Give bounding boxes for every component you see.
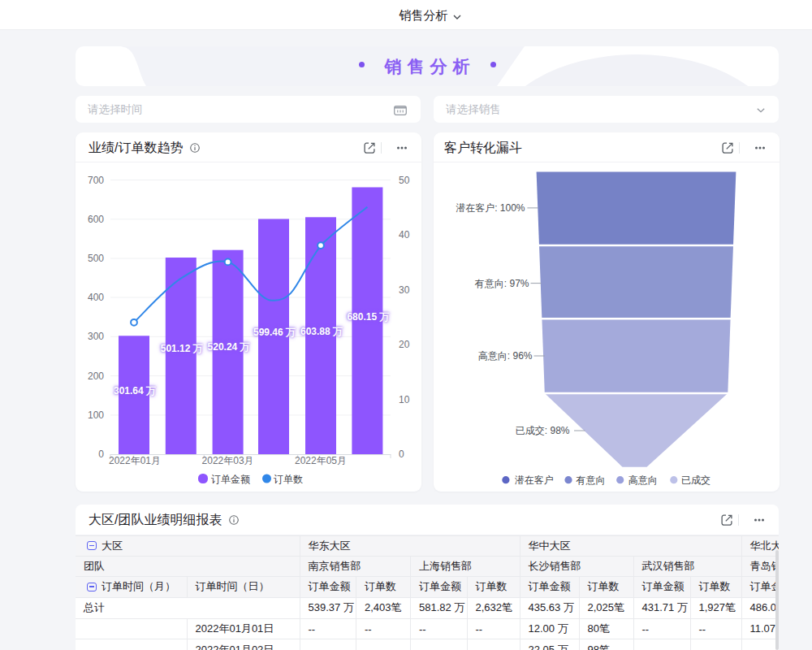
svg-text:已成交: 已成交 <box>681 474 710 486</box>
svg-text:700: 700 <box>88 175 104 186</box>
svg-text:30: 30 <box>399 284 410 296</box>
svg-text:501.12 万: 501.12 万 <box>161 343 203 354</box>
svg-text:300: 300 <box>88 331 104 342</box>
svg-text:已成交: 98%: 已成交: 98% <box>516 425 570 436</box>
svg-text:301.64 万: 301.64 万 <box>114 385 156 396</box>
svg-text:40: 40 <box>399 229 410 240</box>
svg-text:订单金额: 订单金额 <box>211 474 250 485</box>
svg-text:高意向: 高意向 <box>628 474 658 486</box>
svg-text:2022年01月: 2022年01月 <box>109 455 161 466</box>
svg-text:潜在客户: 100%: 潜在客户: 100% <box>456 202 525 214</box>
svg-text:400: 400 <box>88 292 104 303</box>
svg-text:10: 10 <box>399 394 410 405</box>
svg-text:599.46 万: 599.46 万 <box>253 327 296 338</box>
svg-text:200: 200 <box>88 370 104 382</box>
svg-text:2022年05月: 2022年05月 <box>295 455 347 466</box>
svg-text:50: 50 <box>399 175 410 186</box>
svg-text:订单数: 订单数 <box>274 474 303 485</box>
svg-text:有意向: 97%: 有意向: 97% <box>474 278 529 289</box>
svg-text:0: 0 <box>399 448 404 460</box>
svg-text:520.24 万: 520.24 万 <box>208 341 250 353</box>
svg-text:500: 500 <box>88 253 104 264</box>
svg-text:100: 100 <box>88 410 104 421</box>
svg-text:2022年03月: 2022年03月 <box>202 455 254 466</box>
svg-text:高意向: 96%: 高意向: 96% <box>478 350 533 362</box>
svg-text:0: 0 <box>98 448 104 460</box>
svg-text:600: 600 <box>88 214 104 225</box>
svg-text:20: 20 <box>399 339 410 350</box>
svg-text:潜在客户: 潜在客户 <box>515 474 554 486</box>
svg-text:603.88 万: 603.88 万 <box>300 326 343 337</box>
svg-text:680.15 万: 680.15 万 <box>347 311 389 323</box>
svg-text:有意向: 有意向 <box>575 474 605 486</box>
